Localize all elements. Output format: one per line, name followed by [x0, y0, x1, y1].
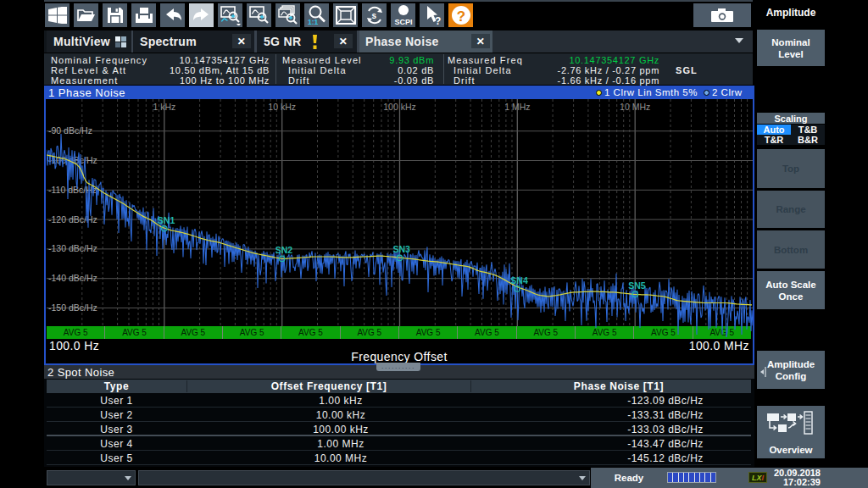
- svg-text:1:1: 1:1: [308, 18, 319, 25]
- svg-text:-120 dBc/Hz: -120 dBc/Hz: [48, 214, 97, 225]
- svg-text:-130 dBc/Hz: -130 dBc/Hz: [48, 243, 97, 253]
- svg-text:SN1: SN1: [158, 215, 175, 225]
- svg-text:SCPI: SCPI: [394, 18, 412, 26]
- svg-text:100 kHz: 100 kHz: [383, 102, 416, 112]
- svg-text:10 MHz: 10 MHz: [620, 102, 650, 112]
- svg-text:?: ?: [435, 15, 441, 25]
- svg-text:SN4: SN4: [510, 275, 528, 286]
- svg-text:SN2: SN2: [275, 245, 293, 255]
- svg-text:SN5: SN5: [628, 280, 646, 291]
- svg-text:s: s: [371, 11, 376, 20]
- svg-text:1 kHz: 1 kHz: [153, 102, 175, 112]
- svg-text:?: ?: [456, 8, 465, 25]
- svg-text:10 kHz: 10 kHz: [268, 102, 296, 112]
- svg-text:-150 dBc/Hz: -150 dBc/Hz: [48, 302, 97, 313]
- svg-text:SN3: SN3: [393, 244, 411, 254]
- svg-text:1 MHz: 1 MHz: [504, 102, 530, 112]
- svg-text:-140 dBc/Hz: -140 dBc/Hz: [48, 273, 97, 283]
- svg-text:-90 dBc/Hz: -90 dBc/Hz: [48, 125, 92, 136]
